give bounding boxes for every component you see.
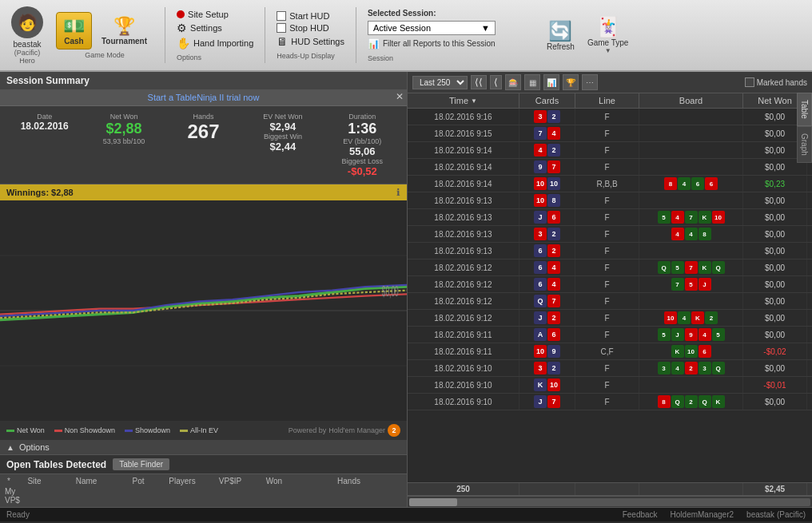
h-scroll-thumb[interactable] [409, 498, 457, 506]
td-net-won: $0,00 [743, 276, 807, 292]
card-chip: 10 [547, 378, 560, 391]
active-session-dropdown[interactable]: Active Session ▼ [368, 21, 496, 35]
ev-net-stat: EV Net Won $2,94 Biggest Win $2,44 [245, 113, 320, 177]
trial-close-button[interactable]: ✕ [396, 91, 404, 102]
manager-name: Hold'em Manager [328, 426, 385, 434]
filter-session-item[interactable]: 📊 Filter all Reports to this Session [368, 38, 534, 50]
board-card: Q [712, 362, 725, 374]
cards-container: Q7 [534, 295, 560, 307]
table-row[interactable]: 18.02.2016 9:14 42 F $0,00 [408, 142, 812, 159]
table-row[interactable]: 18.02.2016 9:14 1010 R,B,B 8466 $0,23 [408, 176, 812, 192]
td-line: F [575, 159, 639, 175]
range-select[interactable]: Last 250 [412, 76, 468, 89]
cash-button[interactable]: 💵 Cash [56, 12, 92, 50]
start-hud-checkbox[interactable] [277, 11, 286, 21]
table-row[interactable]: 18.02.2016 9:14 97 F $0,00 [408, 159, 812, 176]
filter-icon-btn[interactable]: 🎰 [505, 74, 521, 90]
table-body[interactable]: 18.02.2016 9:16 32 F $0,00 18.02.2016 9:… [408, 109, 812, 482]
bottom-right: Feedback HoldemManager2 beastak (Pacific… [623, 510, 806, 519]
hero-section: 🧑 beastak (Pacific) Hero [6, 6, 48, 65]
grid-view-btn[interactable]: ▦ [524, 74, 540, 90]
hand-importing-item[interactable]: ✋ Hand Importing [177, 37, 253, 50]
horizontal-scrollbar[interactable] [408, 496, 812, 507]
game-type-section[interactable]: 🃏 Game Type ▼ [583, 16, 634, 54]
ev-net-label: EV Net Won [263, 113, 302, 121]
tab-table[interactable]: Table [797, 93, 812, 126]
non-showdown-dot [54, 430, 62, 432]
options-bar[interactable]: ▲ Options [0, 440, 407, 454]
hero-button[interactable]: 🧑 beastak (Pacific) [11, 6, 43, 57]
hero-label: Hero [19, 57, 35, 65]
net-won-col-label: Net Won [758, 96, 792, 105]
filter-dots-btn[interactable]: ⋯ [582, 74, 598, 90]
line-col-label: Line [599, 96, 615, 105]
totals-empty-3 [639, 483, 743, 495]
stop-hud-checkbox[interactable] [277, 23, 286, 33]
card-chip: 7 [547, 160, 560, 173]
col-board[interactable]: Board [639, 93, 743, 108]
table-finder-button[interactable]: Table Finder [113, 458, 169, 470]
winnings-info-icon[interactable]: ℹ [396, 187, 400, 198]
card-chip: 6 [534, 278, 547, 291]
td-line: C,F [575, 343, 639, 359]
board-card: 5 [685, 278, 698, 291]
marked-hands-check[interactable]: Marked hands [745, 77, 807, 87]
marked-checkbox[interactable] [745, 77, 754, 87]
start-hud-item[interactable]: Start HUD [277, 11, 344, 21]
cards-container: J2 [534, 311, 560, 324]
table-header: Time ▼ Cards Line Board Net Won [408, 93, 812, 109]
table-row[interactable]: 18.02.2016 9:12 J2 F 104K2 $0,00 [408, 310, 812, 327]
board-card: 4 [685, 228, 698, 240]
td-net-won: $0,00 [743, 327, 807, 343]
col-time[interactable]: Time ▼ [408, 93, 519, 108]
table-row[interactable]: 18.02.2016 9:12 64 F Q57KQ $0,00 [408, 260, 812, 276]
td-time: 18.02.2016 9:10 [408, 394, 519, 410]
board-card: K [699, 261, 711, 274]
table-row[interactable]: 18.02.2016 9:13 108 F $0,00 [408, 192, 812, 209]
trial-banner[interactable]: Start a TableNinja II trial now ✕ [0, 89, 407, 106]
board-card: 6 [691, 177, 704, 190]
cards-container: 32 [534, 110, 560, 123]
filter-left-btn[interactable]: ⟨⟨ [471, 75, 487, 89]
trophy-btn[interactable]: 🏆 [563, 74, 579, 90]
board-container: Q57KQ [658, 261, 725, 274]
table-row[interactable]: 18.02.2016 9:13 32 F 448 $0,00 [408, 226, 812, 243]
table-row[interactable]: 18.02.2016 9:15 74 F $0,00 [408, 125, 812, 142]
card-chip: 2 [547, 144, 560, 157]
hud-settings-item[interactable]: 🖥 HUD Settings [277, 35, 344, 48]
table-row[interactable]: 18.02.2016 9:10 32 F 3423Q $0,00 [408, 360, 812, 377]
td-cards: 1010 [519, 176, 575, 192]
td-time: 18.02.2016 9:12 [408, 260, 519, 275]
game-type-label: Game Type [587, 38, 629, 47]
settings-item[interactable]: ⚙ Settings [177, 22, 253, 34]
board-card: 5 [671, 261, 684, 274]
stop-hud-item[interactable]: Stop HUD [277, 23, 344, 33]
table-row[interactable]: 18.02.2016 9:10 K10 F -$0,01 [408, 377, 812, 394]
tournament-button[interactable]: 🏆 Tournament [95, 13, 153, 49]
col-cards[interactable]: Cards [519, 93, 575, 108]
table-row[interactable]: 18.02.2016 9:11 A6 F 5J945 $0,00 [408, 327, 812, 343]
tab-graph[interactable]: Graph [797, 126, 812, 163]
side-tabs: Table Graph [797, 93, 812, 163]
bar-chart-btn[interactable]: 📊 [543, 74, 559, 90]
filter-prev-btn[interactable]: ⟨ [490, 75, 502, 89]
table-row[interactable]: 18.02.2016 9:13 J6 F 547K10 $0,00 [408, 209, 812, 226]
stop-hud-label: Stop HUD [289, 23, 329, 33]
table-row[interactable]: 18.02.2016 9:10 J7 F 8Q2QK $0,00 [408, 394, 812, 410]
showdown-legend: Showdown [135, 426, 170, 434]
tournament-icon: 🏆 [113, 16, 135, 37]
refresh-section[interactable]: 🔄 Refresh [542, 20, 579, 51]
table-row[interactable]: 18.02.2016 9:16 32 F $0,00 [408, 109, 812, 125]
board-card: 3 [699, 362, 711, 374]
td-net-won: -$0,01 [743, 377, 807, 393]
table-row[interactable]: 18.02.2016 9:11 109 C,F K106 -$0,02 [408, 343, 812, 360]
table-row[interactable]: 18.02.2016 9:13 62 F $0,00 [408, 243, 812, 260]
table-row[interactable]: 18.02.2016 9:12 64 F 75J $0,00 [408, 276, 812, 293]
td-line: F [575, 276, 639, 292]
site-setup-item[interactable]: Site Setup [177, 10, 253, 19]
tournament-label: Tournament [102, 37, 147, 46]
table-row[interactable]: 18.02.2016 9:12 Q7 F $0,00 [408, 293, 812, 310]
showdown-dot [125, 430, 133, 432]
col-line[interactable]: Line [575, 93, 639, 108]
h-scroll-track[interactable] [409, 498, 810, 506]
